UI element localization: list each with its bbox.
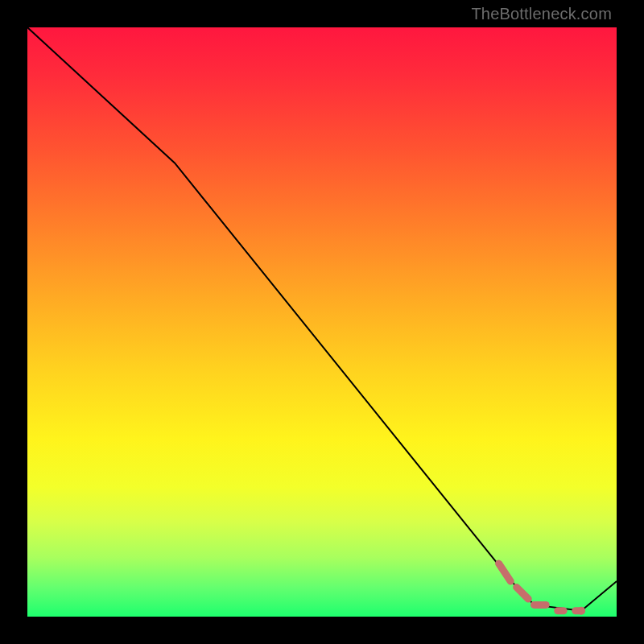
end-point-marker <box>577 607 585 615</box>
watermark-text: TheBottleneck.com <box>471 5 612 23</box>
chart-frame: TheBottleneck.com <box>0 0 644 644</box>
dashed-highlight <box>499 564 582 611</box>
plot-area <box>27 27 617 617</box>
main-curve <box>27 27 617 611</box>
chart-svg <box>27 27 617 617</box>
